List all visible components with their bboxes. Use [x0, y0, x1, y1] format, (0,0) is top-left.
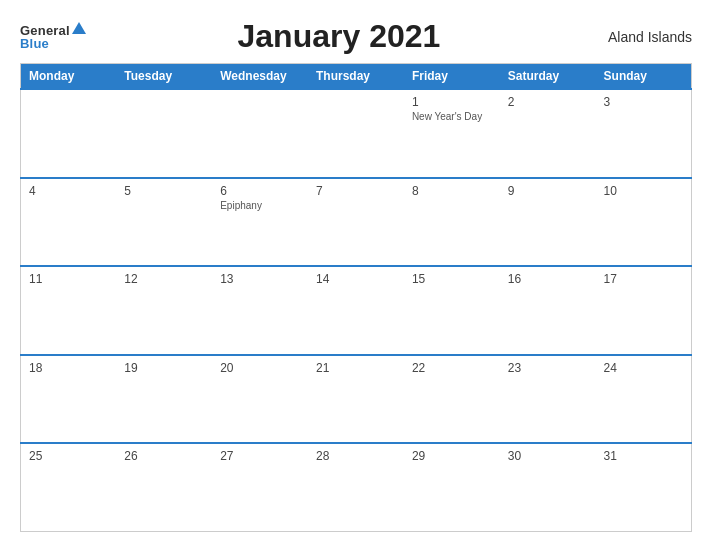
day-number: 30	[508, 449, 588, 463]
calendar-cell: 29	[404, 443, 500, 532]
calendar-cell: 7	[308, 178, 404, 267]
day-number: 13	[220, 272, 300, 286]
day-number: 19	[124, 361, 204, 375]
calendar-cell: 15	[404, 266, 500, 355]
day-header-tuesday: Tuesday	[116, 64, 212, 90]
calendar-cell: 24	[596, 355, 692, 444]
logo-blue-text: Blue	[20, 37, 49, 50]
calendar-table: MondayTuesdayWednesdayThursdayFridaySatu…	[20, 63, 692, 532]
day-number: 22	[412, 361, 492, 375]
holiday-label: Epiphany	[220, 200, 300, 211]
day-header-wednesday: Wednesday	[212, 64, 308, 90]
day-number: 17	[604, 272, 683, 286]
day-number: 1	[412, 95, 492, 109]
calendar-cell: 25	[21, 443, 117, 532]
calendar-cell: 22	[404, 355, 500, 444]
calendar-cell: 13	[212, 266, 308, 355]
holiday-label: New Year's Day	[412, 111, 492, 122]
calendar-region: Aland Islands	[592, 29, 692, 45]
day-number: 18	[29, 361, 108, 375]
calendar-cell: 23	[500, 355, 596, 444]
calendar-cell: 14	[308, 266, 404, 355]
calendar-cell: 26	[116, 443, 212, 532]
calendar-cell	[308, 89, 404, 178]
calendar-cell: 28	[308, 443, 404, 532]
day-number: 3	[604, 95, 683, 109]
calendar-week-row: 11121314151617	[21, 266, 692, 355]
day-number: 8	[412, 184, 492, 198]
calendar-cell: 5	[116, 178, 212, 267]
day-number: 15	[412, 272, 492, 286]
calendar-cell: 3	[596, 89, 692, 178]
calendar-cell	[21, 89, 117, 178]
calendar-cell: 19	[116, 355, 212, 444]
day-header-saturday: Saturday	[500, 64, 596, 90]
calendar-week-row: 456Epiphany78910	[21, 178, 692, 267]
calendar-cell: 4	[21, 178, 117, 267]
day-number: 14	[316, 272, 396, 286]
calendar-cell: 21	[308, 355, 404, 444]
day-number: 25	[29, 449, 108, 463]
calendar-page: General Blue January 2021 Aland Islands …	[0, 0, 712, 550]
day-number: 26	[124, 449, 204, 463]
calendar-cell: 31	[596, 443, 692, 532]
calendar-cell: 11	[21, 266, 117, 355]
logo-general-text: General	[20, 24, 70, 37]
day-header-thursday: Thursday	[308, 64, 404, 90]
calendar-cell: 6Epiphany	[212, 178, 308, 267]
day-number: 24	[604, 361, 683, 375]
day-number: 9	[508, 184, 588, 198]
day-number: 12	[124, 272, 204, 286]
day-number: 21	[316, 361, 396, 375]
calendar-header-row: MondayTuesdayWednesdayThursdayFridaySatu…	[21, 64, 692, 90]
calendar-cell: 17	[596, 266, 692, 355]
day-number: 5	[124, 184, 204, 198]
day-number: 10	[604, 184, 683, 198]
day-number: 28	[316, 449, 396, 463]
calendar-cell: 8	[404, 178, 500, 267]
day-number: 6	[220, 184, 300, 198]
day-number: 11	[29, 272, 108, 286]
day-header-sunday: Sunday	[596, 64, 692, 90]
calendar-header: General Blue January 2021 Aland Islands	[20, 18, 692, 55]
day-number: 2	[508, 95, 588, 109]
logo: General Blue	[20, 24, 86, 50]
calendar-cell: 12	[116, 266, 212, 355]
calendar-cell: 20	[212, 355, 308, 444]
day-header-monday: Monday	[21, 64, 117, 90]
calendar-cell: 30	[500, 443, 596, 532]
day-number: 31	[604, 449, 683, 463]
calendar-title: January 2021	[86, 18, 592, 55]
calendar-cell	[212, 89, 308, 178]
calendar-cell: 10	[596, 178, 692, 267]
calendar-cell: 27	[212, 443, 308, 532]
day-number: 29	[412, 449, 492, 463]
calendar-cell: 2	[500, 89, 596, 178]
day-number: 23	[508, 361, 588, 375]
calendar-week-row: 25262728293031	[21, 443, 692, 532]
calendar-cell: 9	[500, 178, 596, 267]
calendar-week-row: 1New Year's Day23	[21, 89, 692, 178]
calendar-cell: 18	[21, 355, 117, 444]
day-number: 7	[316, 184, 396, 198]
calendar-cell	[116, 89, 212, 178]
day-number: 4	[29, 184, 108, 198]
calendar-cell: 1New Year's Day	[404, 89, 500, 178]
day-header-friday: Friday	[404, 64, 500, 90]
calendar-cell: 16	[500, 266, 596, 355]
day-number: 16	[508, 272, 588, 286]
calendar-week-row: 18192021222324	[21, 355, 692, 444]
day-number: 27	[220, 449, 300, 463]
logo-triangle-icon	[72, 22, 86, 34]
day-number: 20	[220, 361, 300, 375]
